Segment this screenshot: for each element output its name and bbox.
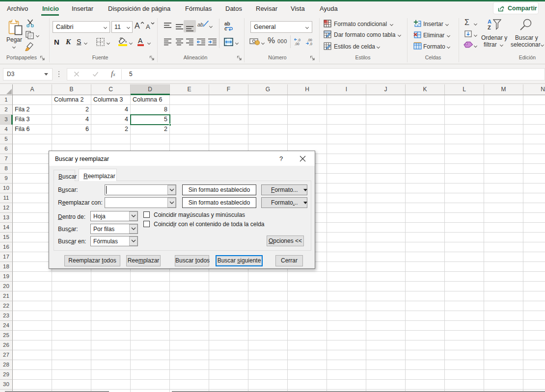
svg-text:,00: ,00	[295, 42, 300, 46]
svg-text:,00: ,00	[307, 38, 312, 42]
svg-text:,0: ,0	[298, 38, 300, 42]
svg-text:,0: ,0	[309, 42, 312, 46]
